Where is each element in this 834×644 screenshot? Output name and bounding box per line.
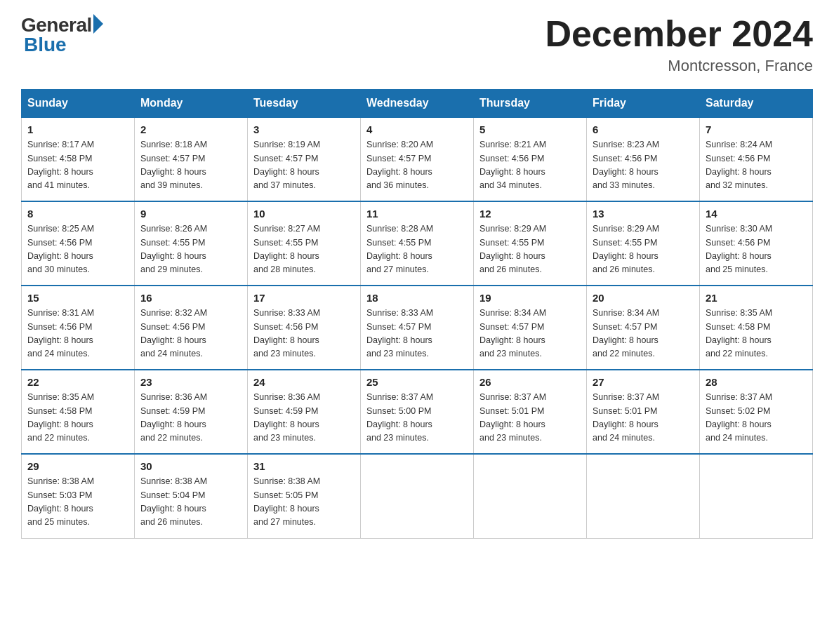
day-info: Sunrise: 8:27 AMSunset: 4:55 PMDaylight:…	[253, 222, 355, 277]
calendar-cell: 1Sunrise: 8:17 AMSunset: 4:58 PMDaylight…	[22, 117, 135, 201]
calendar-cell	[700, 454, 813, 538]
day-number: 7	[706, 123, 807, 135]
header-friday: Friday	[587, 90, 700, 118]
calendar-cell: 22Sunrise: 8:35 AMSunset: 4:58 PMDayligh…	[22, 370, 135, 454]
day-info: Sunrise: 8:19 AMSunset: 4:57 PMDaylight:…	[253, 138, 355, 193]
logo-blue-text: Blue	[24, 34, 67, 56]
logo-triangle-icon	[93, 14, 103, 34]
calendar-cell: 9Sunrise: 8:26 AMSunset: 4:55 PMDaylight…	[135, 201, 248, 286]
day-info: Sunrise: 8:34 AMSunset: 4:57 PMDaylight:…	[479, 307, 581, 361]
day-info: Sunrise: 8:35 AMSunset: 4:58 PMDaylight:…	[706, 307, 807, 361]
page-header: General Blue December 2024 Montcresson, …	[21, 14, 813, 75]
calendar-cell: 26Sunrise: 8:37 AMSunset: 5:01 PMDayligh…	[474, 370, 587, 454]
calendar-cell: 2Sunrise: 8:18 AMSunset: 4:57 PMDaylight…	[135, 117, 248, 201]
header-tuesday: Tuesday	[248, 90, 361, 118]
day-info: Sunrise: 8:28 AMSunset: 4:55 PMDaylight:…	[366, 222, 468, 277]
day-number: 5	[479, 123, 581, 135]
day-number: 13	[593, 208, 694, 220]
day-number: 8	[27, 208, 128, 220]
day-number: 23	[140, 376, 241, 388]
day-info: Sunrise: 8:37 AMSunset: 5:00 PMDaylight:…	[366, 391, 468, 445]
day-info: Sunrise: 8:29 AMSunset: 4:55 PMDaylight:…	[479, 222, 581, 277]
day-info: Sunrise: 8:37 AMSunset: 5:02 PMDaylight:…	[706, 391, 807, 445]
month-title: December 2024	[545, 14, 813, 54]
calendar-header-row: SundayMondayTuesdayWednesdayThursdayFrid…	[22, 90, 813, 118]
calendar-cell: 5Sunrise: 8:21 AMSunset: 4:56 PMDaylight…	[474, 117, 587, 201]
day-number: 28	[706, 376, 807, 388]
day-info: Sunrise: 8:26 AMSunset: 4:55 PMDaylight:…	[140, 222, 241, 277]
day-info: Sunrise: 8:29 AMSunset: 4:55 PMDaylight:…	[593, 222, 694, 277]
header-thursday: Thursday	[474, 90, 587, 118]
day-info: Sunrise: 8:30 AMSunset: 4:56 PMDaylight:…	[706, 222, 807, 277]
title-block: December 2024 Montcresson, France	[545, 14, 813, 75]
day-number: 4	[366, 123, 468, 135]
day-number: 3	[253, 123, 355, 135]
day-number: 2	[140, 123, 241, 135]
day-number: 16	[140, 292, 241, 304]
calendar-cell: 20Sunrise: 8:34 AMSunset: 4:57 PMDayligh…	[587, 286, 700, 370]
calendar-cell: 18Sunrise: 8:33 AMSunset: 4:57 PMDayligh…	[361, 286, 474, 370]
calendar-cell: 14Sunrise: 8:30 AMSunset: 4:56 PMDayligh…	[700, 201, 813, 286]
calendar-cell: 21Sunrise: 8:35 AMSunset: 4:58 PMDayligh…	[700, 286, 813, 370]
calendar-cell: 3Sunrise: 8:19 AMSunset: 4:57 PMDaylight…	[248, 117, 361, 201]
day-number: 10	[253, 208, 355, 220]
calendar-cell: 30Sunrise: 8:38 AMSunset: 5:04 PMDayligh…	[135, 454, 248, 538]
calendar-cell: 16Sunrise: 8:32 AMSunset: 4:56 PMDayligh…	[135, 286, 248, 370]
calendar-cell: 19Sunrise: 8:34 AMSunset: 4:57 PMDayligh…	[474, 286, 587, 370]
day-number: 30	[140, 460, 241, 472]
day-number: 9	[140, 208, 241, 220]
day-info: Sunrise: 8:36 AMSunset: 4:59 PMDaylight:…	[253, 391, 355, 445]
calendar-week-4: 22Sunrise: 8:35 AMSunset: 4:58 PMDayligh…	[22, 370, 813, 454]
day-info: Sunrise: 8:37 AMSunset: 5:01 PMDaylight:…	[479, 391, 581, 445]
day-number: 27	[593, 376, 694, 388]
day-info: Sunrise: 8:35 AMSunset: 4:58 PMDaylight:…	[27, 391, 128, 445]
calendar-week-1: 1Sunrise: 8:17 AMSunset: 4:58 PMDaylight…	[22, 117, 813, 201]
day-number: 14	[706, 208, 807, 220]
calendar-cell: 23Sunrise: 8:36 AMSunset: 4:59 PMDayligh…	[135, 370, 248, 454]
day-number: 22	[27, 376, 128, 388]
calendar-cell	[587, 454, 700, 538]
day-info: Sunrise: 8:38 AMSunset: 5:03 PMDaylight:…	[27, 475, 128, 530]
day-number: 17	[253, 292, 355, 304]
calendar-week-2: 8Sunrise: 8:25 AMSunset: 4:56 PMDaylight…	[22, 201, 813, 286]
calendar-cell: 24Sunrise: 8:36 AMSunset: 4:59 PMDayligh…	[248, 370, 361, 454]
calendar-cell: 12Sunrise: 8:29 AMSunset: 4:55 PMDayligh…	[474, 201, 587, 286]
calendar-cell	[474, 454, 587, 538]
day-info: Sunrise: 8:17 AMSunset: 4:58 PMDaylight:…	[27, 138, 128, 193]
day-info: Sunrise: 8:31 AMSunset: 4:56 PMDaylight:…	[27, 307, 128, 361]
logo: General Blue	[21, 14, 103, 56]
day-info: Sunrise: 8:32 AMSunset: 4:56 PMDaylight:…	[140, 307, 241, 361]
day-number: 12	[479, 208, 581, 220]
day-number: 20	[593, 292, 694, 304]
day-info: Sunrise: 8:23 AMSunset: 4:56 PMDaylight:…	[593, 138, 694, 193]
calendar-cell: 6Sunrise: 8:23 AMSunset: 4:56 PMDaylight…	[587, 117, 700, 201]
calendar-cell: 27Sunrise: 8:37 AMSunset: 5:01 PMDayligh…	[587, 370, 700, 454]
calendar-table: SundayMondayTuesdayWednesdayThursdayFrid…	[21, 89, 813, 539]
day-info: Sunrise: 8:20 AMSunset: 4:57 PMDaylight:…	[366, 138, 468, 193]
header-wednesday: Wednesday	[361, 90, 474, 118]
calendar-cell: 8Sunrise: 8:25 AMSunset: 4:56 PMDaylight…	[22, 201, 135, 286]
day-number: 26	[479, 376, 581, 388]
day-number: 21	[706, 292, 807, 304]
day-info: Sunrise: 8:25 AMSunset: 4:56 PMDaylight:…	[27, 222, 128, 277]
calendar-cell: 7Sunrise: 8:24 AMSunset: 4:56 PMDaylight…	[700, 117, 813, 201]
day-number: 11	[366, 208, 468, 220]
calendar-cell: 17Sunrise: 8:33 AMSunset: 4:56 PMDayligh…	[248, 286, 361, 370]
day-info: Sunrise: 8:21 AMSunset: 4:56 PMDaylight:…	[479, 138, 581, 193]
calendar-cell: 15Sunrise: 8:31 AMSunset: 4:56 PMDayligh…	[22, 286, 135, 370]
header-saturday: Saturday	[700, 90, 813, 118]
calendar-cell: 11Sunrise: 8:28 AMSunset: 4:55 PMDayligh…	[361, 201, 474, 286]
day-info: Sunrise: 8:18 AMSunset: 4:57 PMDaylight:…	[140, 138, 241, 193]
day-number: 29	[27, 460, 128, 472]
day-number: 18	[366, 292, 468, 304]
calendar-cell: 25Sunrise: 8:37 AMSunset: 5:00 PMDayligh…	[361, 370, 474, 454]
day-info: Sunrise: 8:37 AMSunset: 5:01 PMDaylight:…	[593, 391, 694, 445]
header-monday: Monday	[135, 90, 248, 118]
day-number: 24	[253, 376, 355, 388]
calendar-cell: 13Sunrise: 8:29 AMSunset: 4:55 PMDayligh…	[587, 201, 700, 286]
calendar-cell: 4Sunrise: 8:20 AMSunset: 4:57 PMDaylight…	[361, 117, 474, 201]
calendar-week-3: 15Sunrise: 8:31 AMSunset: 4:56 PMDayligh…	[22, 286, 813, 370]
calendar-cell: 10Sunrise: 8:27 AMSunset: 4:55 PMDayligh…	[248, 201, 361, 286]
calendar-cell: 29Sunrise: 8:38 AMSunset: 5:03 PMDayligh…	[22, 454, 135, 538]
day-info: Sunrise: 8:38 AMSunset: 5:05 PMDaylight:…	[253, 475, 355, 530]
